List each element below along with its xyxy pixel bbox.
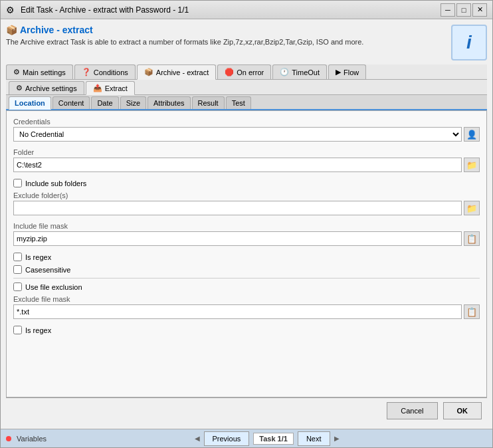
next-arrow-icon: ▶ (334, 435, 340, 442)
main-content: Credentials No Credential 👤 Folder 📁 (6, 110, 487, 397)
previous-button[interactable]: Previous (204, 431, 250, 446)
tab-on-error[interactable]: 🛑 On error (217, 64, 271, 79)
archive-icon: 📦 (6, 25, 17, 35)
sub-tab-extract[interactable]: 📤 Extract (86, 81, 135, 95)
exclude-folders-browse-button[interactable]: 📁 (464, 201, 480, 215)
content-tab-location[interactable]: Location (9, 96, 51, 110)
exclude-folders-group: Exclude folder(s) 📁 (13, 191, 480, 215)
flow-icon: ▶ (336, 68, 341, 76)
include-file-mask-label: Include file mask (13, 222, 480, 230)
main-settings-icon: ⚙ (13, 68, 20, 76)
credentials-group: Credentials No Credential 👤 (13, 118, 480, 142)
tab-main-settings[interactable]: ⚙ Main settings (6, 64, 73, 79)
exclude-is-regex-label: Is regex (25, 326, 51, 334)
folder-label: Folder (13, 148, 480, 156)
is-regex-checkbox[interactable] (13, 253, 22, 261)
credentials-label: Credentials (13, 118, 480, 126)
window-controls: ─ □ ✕ (441, 3, 487, 17)
variables-label: Variables (17, 435, 47, 443)
next-button[interactable]: Next (298, 431, 330, 446)
exclude-folders-input[interactable] (13, 201, 462, 215)
content-tab-content[interactable]: Content (52, 96, 90, 109)
tab-timeout[interactable]: 🕐 TimeOut (272, 64, 327, 79)
content-tab-result[interactable]: Result (192, 96, 225, 109)
credentials-browse-button[interactable]: 👤 (464, 127, 480, 142)
ok-button[interactable]: OK (443, 402, 482, 419)
extract-icon: 📤 (93, 84, 102, 92)
exclude-file-mask-browse-button[interactable]: 📋 (464, 304, 480, 319)
use-file-exclusion-checkbox[interactable] (13, 282, 22, 291)
content-tabs: Location Content Date Size Attributes Re… (6, 95, 487, 110)
main-window: ⚙ Edit Task - Archive - extract with Pas… (0, 0, 493, 448)
archive-title: 📦 Archive - extract (6, 25, 446, 35)
tab-flow[interactable]: ▶ Flow (328, 64, 366, 79)
bottom-bar-center: ◀ Previous Task 1/1 Next ▶ (47, 431, 487, 446)
archive-settings-icon: ⚙ (16, 84, 23, 92)
content-tab-date[interactable]: Date (91, 96, 118, 109)
include-subfolders-checkbox[interactable] (13, 179, 22, 187)
case-sensitive-row: Casesensitive (13, 265, 480, 274)
bottom-bar-left: Variables (6, 435, 47, 443)
content-tab-test[interactable]: Test (226, 96, 251, 109)
description-text: The Archive extract Task is able to extr… (6, 38, 446, 46)
main-tabs: ⚙ Main settings ❓ Conditions 📦 Archive -… (6, 64, 487, 80)
status-dot (6, 436, 11, 441)
divider (13, 278, 480, 279)
bottom-bar: Variables ◀ Previous Task 1/1 Next ▶ (1, 429, 492, 447)
include-subfolders-label: Include sub folders (25, 179, 86, 187)
folder-group: Folder 📁 (13, 148, 480, 172)
header-section: 📦 Archive - extract The Archive extract … (6, 25, 487, 60)
is-regex-label: Is regex (25, 253, 51, 261)
archive-extract-icon: 📦 (144, 68, 153, 76)
tab-conditions[interactable]: ❓ Conditions (74, 64, 136, 79)
maximize-button[interactable]: □ (456, 3, 471, 17)
exclude-file-mask-input[interactable] (13, 304, 462, 319)
exclude-is-regex-row: Is regex (13, 326, 480, 334)
use-file-exclusion-row: Use file exclusion (13, 282, 480, 291)
conditions-icon: ❓ (82, 68, 91, 76)
credentials-row: No Credential 👤 (13, 127, 480, 142)
content-tab-size[interactable]: Size (120, 96, 146, 109)
exclude-folders-label: Exclude folder(s) (13, 191, 480, 199)
exclude-file-mask-group: Exclude file mask 📋 (13, 295, 480, 319)
exclude-is-regex-checkbox[interactable] (13, 326, 22, 334)
exclude-file-mask-row: 📋 (13, 304, 480, 319)
timeout-icon: 🕐 (280, 68, 289, 76)
use-file-exclusion-label: Use file exclusion (25, 283, 82, 291)
folder-row: 📁 (13, 158, 480, 172)
case-sensitive-label: Casesensitive (25, 266, 70, 274)
close-button[interactable]: ✕ (472, 3, 487, 17)
case-sensitive-checkbox[interactable] (13, 265, 22, 274)
include-file-mask-browse-button[interactable]: 📋 (464, 231, 480, 246)
footer-bar: Cancel OK (6, 397, 487, 423)
exclude-file-mask-label: Exclude file mask (13, 295, 480, 303)
include-file-mask-input[interactable] (13, 231, 462, 246)
header-left: 📦 Archive - extract The Archive extract … (6, 25, 446, 46)
include-file-mask-row: 📋 (13, 231, 480, 246)
window-body: 📦 Archive - extract The Archive extract … (1, 19, 492, 429)
info-button[interactable]: i (451, 25, 487, 60)
sub-tabs: ⚙ Archive settings 📤 Extract (6, 80, 487, 95)
content-tab-attributes[interactable]: Attributes (148, 96, 190, 109)
is-regex-row: Is regex (13, 253, 480, 261)
credentials-select[interactable]: No Credential (13, 127, 462, 142)
archive-title-text: Archive - extract (20, 25, 93, 35)
task-label: Task 1/1 (253, 433, 294, 445)
include-subfolders-row: Include sub folders (13, 179, 480, 187)
title-bar: ⚙ Edit Task - Archive - extract with Pas… (1, 1, 492, 19)
window-icon: ⚙ (6, 5, 17, 15)
include-file-mask-group: Include file mask 📋 (13, 222, 480, 246)
previous-arrow-icon: ◀ (195, 435, 200, 442)
exclude-folders-row: 📁 (13, 201, 480, 215)
folder-input[interactable] (13, 158, 462, 172)
info-icon: i (466, 32, 472, 53)
folder-browse-button[interactable]: 📁 (464, 158, 480, 172)
sub-tab-archive-settings[interactable]: ⚙ Archive settings (9, 81, 84, 94)
on-error-icon: 🛑 (225, 68, 234, 76)
window-title: Edit Task - Archive - extract with Passw… (21, 5, 441, 15)
minimize-button[interactable]: ─ (441, 3, 455, 17)
cancel-button[interactable]: Cancel (387, 402, 437, 419)
tab-archive-extract[interactable]: 📦 Archive - extract (137, 64, 216, 80)
